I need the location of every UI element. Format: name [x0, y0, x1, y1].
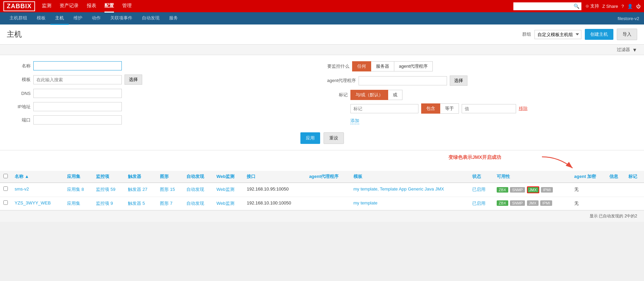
filter-left: 名称 模板 选择 DNS IP地址 端口 [10, 61, 317, 127]
row1-triggers-link[interactable]: 触发器 27 [128, 187, 147, 192]
nav-reports[interactable]: 报表 [87, 0, 96, 13]
dns-label: DNS [10, 91, 31, 96]
row2-checkbox[interactable] [3, 200, 8, 205]
row1-template-link[interactable]: my template, Template App Generic Java J… [353, 186, 444, 192]
row1-status-link[interactable]: 已启用 [472, 187, 485, 192]
sub-nav: 主机群组 模板 主机 维护 动作 关联项事件 自动发现 服务 filestore… [0, 12, 644, 24]
template-input[interactable] [33, 75, 122, 84]
nav-admin[interactable]: 管理 [122, 0, 132, 13]
row1-discovery-cell: 自动发现 [183, 183, 213, 197]
hosts-table: 名称 ▲ 应用集 监控项 触发器 图形 自动发现 Web监测 接口 agent代… [0, 171, 644, 210]
share-link[interactable]: Z Share [602, 4, 618, 9]
support-link[interactable]: ⊙ 支持 [585, 3, 599, 9]
row1-zbx-badge: ZBX [497, 187, 508, 193]
row2-apps-link[interactable]: 应用集 [67, 201, 80, 206]
import-button[interactable]: 导入 [617, 29, 637, 40]
monitor-btn-group: 任何 服务器 agent代理程序 [352, 61, 433, 71]
row1-monitors-cell: 监控项 59 [93, 183, 125, 197]
row1-template-cell: my template, Template App Generic Java J… [350, 183, 469, 197]
dns-input[interactable] [33, 89, 122, 98]
tag-contains-btn[interactable]: 包含 [421, 103, 440, 114]
user-icon[interactable]: 👤 [627, 4, 633, 9]
row2-name-link[interactable]: YZS_3WYY_WEB [15, 200, 51, 205]
row2-monitors-link[interactable]: 监控项 9 [96, 201, 113, 206]
search-input[interactable] [513, 2, 581, 10]
agent-proxy-input[interactable] [359, 76, 447, 85]
row2-triggers-link[interactable]: 触发器 5 [128, 201, 145, 206]
row1-monitors-link[interactable]: 监控项 59 [96, 187, 115, 192]
subnav-events[interactable]: 关联项事件 [105, 12, 137, 25]
filter-bar: 过滤器 ▼ [0, 45, 644, 55]
row2-checkbox-cell [0, 197, 11, 210]
create-host-button[interactable]: 创建主机 [585, 29, 613, 40]
subnav-hostgroups[interactable]: 主机群组 [5, 12, 32, 25]
tag-remove-btn[interactable]: 移除 [519, 105, 528, 112]
row2-web-link[interactable]: Web监测 [216, 201, 234, 206]
th-web: Web监测 [213, 171, 243, 183]
tag-name-input[interactable] [350, 104, 418, 113]
row2-discovery-link[interactable]: 自动发现 [186, 201, 204, 206]
annotation-overlay: 变绿色表示JMX开启成功 [0, 150, 644, 171]
tag-and-btn[interactable]: 与/或（默认） [350, 90, 389, 100]
select-all-checkbox[interactable] [3, 174, 8, 178]
table-row: YZS_3WYY_WEB 应用集 监控项 9 触发器 5 图形 7 自动发现 [0, 197, 644, 210]
power-icon[interactable]: ⏻ [636, 4, 641, 9]
row2-monitors-cell: 监控项 9 [93, 197, 125, 210]
filter-actions: 应用 重设 [10, 132, 634, 144]
table-section: 名称 ▲ 应用集 监控项 触发器 图形 自动发现 Web监测 接口 agent代… [0, 171, 644, 210]
row2-apps-cell: 应用集 [64, 197, 93, 210]
row2-status-link[interactable]: 已启用 [472, 201, 485, 206]
row1-checkbox[interactable] [3, 186, 8, 191]
nav-assets[interactable]: 资产记录 [60, 0, 79, 13]
monitor-agent-btn[interactable]: agent代理程序 [394, 61, 433, 71]
ip-input[interactable] [33, 102, 122, 111]
top-nav-right: 🔍 ⊙ 支持 Z Share ? 👤 ⏻ [513, 2, 641, 10]
row1-graphs-link[interactable]: 图形 15 [160, 187, 175, 192]
tag-equals-btn[interactable]: 等于 [440, 103, 459, 114]
group-select[interactable]: 自定义模板主机组 [534, 30, 581, 39]
row1-discovery-link[interactable]: 自动发现 [186, 187, 204, 192]
row1-jmx-badge: JMX [527, 186, 539, 193]
th-triggers: 触发器 [125, 171, 156, 183]
reset-button[interactable]: 重设 [324, 132, 344, 144]
row1-name-link[interactable]: sms-v2 [15, 186, 29, 192]
tag-add-link[interactable]: 添加 [350, 118, 359, 124]
row2-template-link[interactable]: my template [353, 200, 378, 205]
filter-monitor-field: 要监控什么 任何 服务器 agent代理程序 [327, 61, 634, 71]
row2-snmp-badge: SNMP [510, 200, 525, 206]
footer-text: 显示 已自动发现的 2中的2 [590, 214, 637, 218]
monitor-server-btn[interactable]: 服务器 [371, 61, 394, 71]
help-icon[interactable]: ? [622, 4, 624, 9]
filter-dns-field: DNS [10, 89, 317, 98]
th-tags: 标记 [625, 171, 644, 183]
row1-apps-link[interactable]: 应用集 8 [67, 187, 84, 192]
nav-monitor[interactable]: 监测 [42, 0, 51, 13]
tag-value-input[interactable] [462, 104, 516, 113]
tag-condition-group: 包含 等于 [421, 103, 459, 114]
subnav-maintenance[interactable]: 维护 [69, 12, 87, 25]
row1-name-cell: sms-v2 [11, 183, 64, 197]
th-status: 状态 [469, 171, 493, 183]
subnav-templates[interactable]: 模板 [32, 12, 50, 25]
port-input[interactable] [33, 115, 122, 125]
subnav-services[interactable]: 服务 [164, 12, 183, 25]
row1-encrypt-cell: 无 [571, 183, 606, 197]
apply-button[interactable]: 应用 [300, 132, 320, 144]
row2-tags-cell [625, 197, 644, 210]
name-input[interactable] [33, 61, 122, 70]
filter-icon: ▼ [632, 47, 637, 53]
nav-config[interactable]: 配置 [104, 0, 114, 13]
th-interface: 接口 [243, 171, 306, 183]
row2-graphs-link[interactable]: 图形 7 [160, 201, 172, 206]
sort-name-link[interactable]: 名称 ▲ [15, 174, 29, 179]
monitor-any-btn[interactable]: 任何 [352, 61, 371, 71]
agent-proxy-select-btn[interactable]: 选择 [450, 76, 467, 86]
template-select-button[interactable]: 选择 [125, 75, 142, 85]
row1-web-link[interactable]: Web监测 [216, 187, 234, 192]
subnav-hosts[interactable]: 主机 [50, 12, 69, 25]
subnav-discovery[interactable]: 自动发现 [137, 12, 164, 25]
tag-or-btn[interactable]: 或 [388, 90, 402, 100]
breadcrumb: filestore-v2 [617, 16, 639, 21]
logo: ZABBIX [3, 1, 35, 11]
subnav-actions[interactable]: 动作 [87, 12, 105, 25]
